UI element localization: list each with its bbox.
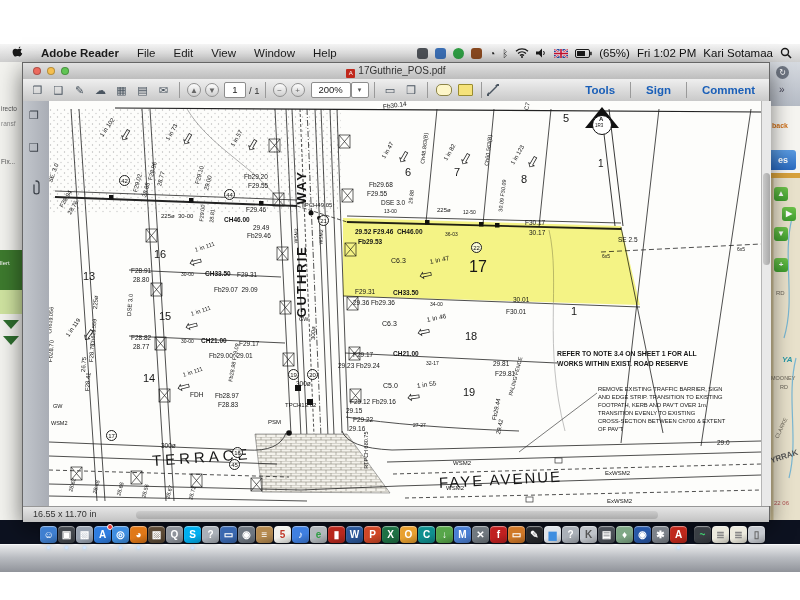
cloud-upload-button[interactable]: ☁ [92, 82, 109, 98]
dock-help-app[interactable]: ? [562, 524, 580, 554]
dock-parallels[interactable]: ▭ [220, 524, 238, 554]
scroll-mode-button[interactable]: ▭ [382, 82, 399, 98]
dock-evernote[interactable]: e [310, 524, 328, 554]
bg-blue-button[interactable]: es [770, 150, 796, 170]
next-page-button[interactable]: ▼ [205, 83, 219, 97]
uk-flag-icon[interactable] [554, 49, 568, 58]
dock-activity-monitor[interactable]: ~ [694, 524, 712, 554]
transmit-menu-icon[interactable] [435, 48, 446, 59]
save-button[interactable]: ▦ [113, 82, 130, 98]
previous-page-button[interactable]: ▲ [187, 83, 201, 97]
menu-file[interactable]: File [137, 47, 156, 59]
dock-powerpoint[interactable]: P [364, 524, 382, 554]
dock-quicktime[interactable]: Q [166, 524, 184, 554]
dock-address-book[interactable]: ≡ [256, 524, 274, 554]
background-window-left[interactable]: irecto ransf Fix... llert [0, 62, 23, 520]
dock-image-capture[interactable]: ▨ [148, 524, 166, 554]
apple-menu-icon[interactable] [12, 46, 23, 61]
dock-acrobat[interactable]: A [670, 524, 688, 554]
dock-preview[interactable]: ▧ [76, 524, 94, 554]
dock-app-store[interactable]: A [94, 524, 112, 554]
pages-icon[interactable]: ❑ [29, 141, 39, 154]
sign-button[interactable]: Sign [636, 84, 681, 96]
highlight-note-button[interactable] [458, 84, 473, 96]
dock-display-app[interactable]: ▭ [508, 524, 526, 554]
menu-help[interactable]: Help [313, 47, 337, 59]
spotlight-icon[interactable] [780, 47, 792, 59]
flame-menu-icon[interactable] [471, 48, 482, 59]
map-pan-up-button[interactable]: ▲ [774, 187, 788, 201]
menu-window[interactable]: Window [254, 47, 295, 59]
dock-ical[interactable]: 5 [274, 524, 292, 554]
dock-keychain[interactable]: K [580, 524, 598, 554]
attachments-paperclip-icon[interactable] [30, 179, 42, 197]
menu-edit[interactable]: Edit [174, 47, 194, 59]
vertical-scroll-thumb[interactable] [763, 173, 770, 265]
dock-excel[interactable]: X [382, 524, 400, 554]
wifi-icon[interactable] [515, 48, 529, 58]
bluetooth-icon[interactable]: ᛒ [502, 48, 508, 59]
dock-camtasia[interactable]: C [418, 524, 436, 554]
dock-itunes[interactable]: ♪ [292, 524, 310, 554]
menu-clock[interactable]: Fri 1:02 PM [637, 47, 696, 59]
dock-unknown-app[interactable]: ? [202, 524, 220, 554]
comment-bubble-button[interactable] [436, 84, 452, 96]
dock-ink-app[interactable]: ✎ [526, 524, 544, 554]
battery-icon[interactable] [575, 49, 592, 58]
bg-back-link[interactable]: back [772, 122, 788, 129]
map-zoom-button[interactable]: + [774, 258, 788, 272]
dock-flash[interactable]: f [490, 524, 508, 554]
fit-page-button[interactable]: ❒ [403, 82, 420, 98]
refresh-icon[interactable]: ↻ [776, 66, 789, 79]
menu-view[interactable]: View [211, 47, 236, 59]
vertical-scrollbar[interactable] [761, 101, 771, 506]
dock-red-app[interactable]: ▮ [328, 524, 346, 554]
zoom-in-button[interactable]: + [291, 83, 305, 97]
dock-printer-app[interactable]: ▤ [598, 524, 616, 554]
fullscreen-icon[interactable] [487, 84, 499, 96]
dock-messenger[interactable]: M [454, 524, 472, 554]
email-button[interactable]: ✉ [155, 82, 172, 98]
user-name[interactable]: Kari Sotamaa [703, 47, 773, 59]
menu-adobe-reader[interactable]: Adobe Reader [41, 47, 119, 59]
sign-pen-button[interactable]: ✎ [71, 82, 88, 98]
dock-gear-app[interactable]: ✱ [652, 524, 670, 554]
zoom-dropdown-caret[interactable]: ▾ [351, 82, 369, 98]
dock-trash[interactable]: ▯ [748, 524, 766, 554]
dock-firefox[interactable]: ◕ [130, 524, 148, 554]
dock-photo-booth[interactable]: ◉ [238, 524, 256, 554]
zoom-level-select[interactable]: 200% [311, 82, 351, 98]
page-number-input[interactable]: 1 [224, 82, 246, 98]
pdf-document[interactable]: WAYGUTHRIETERRACEFAYE AVENUE131615141718… [49, 101, 761, 506]
zoom-out-button[interactable]: − [273, 83, 287, 97]
dock-numbers-app[interactable]: ▆ [544, 524, 562, 554]
title-bar[interactable]: A17Guthrie_POS.pdf [23, 63, 769, 80]
dock-x-app[interactable]: ✕ [472, 524, 490, 554]
dock-documents-stack[interactable]: ≣ [712, 524, 730, 554]
chevrons-icon[interactable]: » [779, 84, 785, 95]
open-file-button[interactable]: ❐ [29, 82, 46, 98]
dock-safari[interactable]: ◎ [112, 524, 130, 554]
comment-button[interactable]: Comment [692, 84, 765, 96]
dock-blue-orb[interactable]: ◉ [634, 524, 652, 554]
print-button[interactable]: ▤ [134, 82, 151, 98]
time-machine-icon[interactable]: ◔ [489, 48, 495, 59]
horizontal-scroll-thumb[interactable] [136, 511, 658, 519]
dock-system-preferences[interactable]: ▣ [58, 524, 76, 554]
dock-downloads-app[interactable]: ↓ [436, 524, 454, 554]
volume-icon[interactable] [536, 48, 547, 58]
create-pdf-button[interactable]: ❑ [50, 82, 67, 98]
tools-button[interactable]: Tools [575, 84, 625, 96]
evernote-menu-icon[interactable] [417, 48, 428, 59]
dock-skype[interactable]: S [184, 524, 202, 554]
dock-outlook[interactable]: O [400, 524, 418, 554]
background-window-right[interactable]: ↻ » back es ▲ ▶ ▼ + RD YA MOONEY [770, 62, 800, 520]
map-pan-down-button[interactable]: ▼ [774, 227, 788, 241]
dock-shield-app[interactable]: ♦ [616, 524, 634, 554]
dock-finder[interactable]: ☺ [40, 524, 58, 554]
page-thumbnails-icon[interactable]: ❐ [29, 109, 39, 122]
map-play-button[interactable]: ▶ [782, 207, 796, 221]
dock-word[interactable]: W [346, 524, 364, 554]
dock-downloads-stack[interactable]: ≣ [730, 524, 748, 554]
sync-menu-icon[interactable] [453, 48, 464, 59]
